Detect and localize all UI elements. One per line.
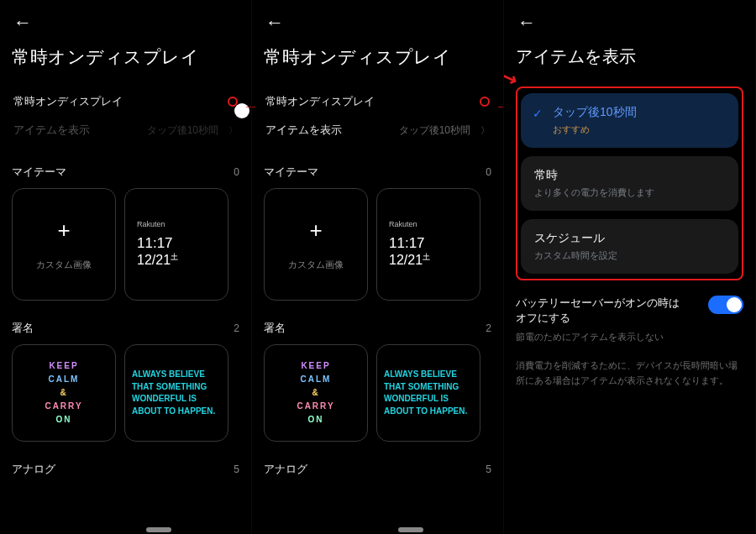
- keep-calm-text: KEEP CALM & CARRY ON: [297, 359, 334, 427]
- tile-clock-theme[interactable]: Rakuten 11:17 12/21土: [376, 188, 480, 301]
- section-signature-header: 署名 2: [12, 321, 239, 336]
- scroll-indicator: [333, 527, 423, 532]
- keep-calm-text: KEEP CALM & CARRY ON: [45, 359, 82, 427]
- option-main: タップ後10秒間: [553, 105, 725, 120]
- section-themes-header: マイテーマ 0: [12, 165, 239, 180]
- show-items-label: アイテムを表示: [13, 123, 90, 138]
- show-items-value: タップ後10秒間: [399, 123, 470, 138]
- option-sub: より多くの電力を消費します: [534, 186, 725, 199]
- chevron-right-icon: 〉: [480, 124, 490, 137]
- back-icon[interactable]: ←: [516, 7, 743, 37]
- show-items-value: タップ後10秒間: [147, 123, 218, 138]
- clock-time: 11:17: [137, 235, 173, 252]
- section-signature-label: 署名: [264, 321, 286, 336]
- clock-date: 12/21土: [137, 252, 178, 268]
- panel-aod-on: ← 常時オンディスプレイ ← 常時オンディスプレイ → アイテムを表示 タップ後…: [252, 0, 504, 534]
- tile-custom-label: カスタム画像: [36, 259, 92, 271]
- section-themes-label: マイテーマ: [12, 165, 66, 180]
- section-analog-header: アナログ 5: [264, 462, 491, 477]
- signature-grid: KEEP CALM & CARRY ON ALWAYS BELIEVE THAT…: [264, 344, 491, 442]
- aod-toggle-row: 常時オンディスプレイ: [264, 87, 491, 116]
- annotation-arrow-icon: →: [243, 97, 252, 116]
- section-themes-header: マイテーマ 0: [264, 165, 491, 180]
- always-believe-text: ALWAYS BELIEVE THAT SOMETHING WONDERFUL …: [384, 369, 473, 417]
- section-themes-label: マイテーマ: [264, 165, 318, 180]
- option-always[interactable]: 常時 より多くの電力を消費します: [521, 156, 738, 211]
- section-signature-label: 署名: [12, 321, 34, 336]
- back-icon[interactable]: ←: [12, 7, 239, 37]
- annotation-box: [228, 97, 238, 107]
- back-icon[interactable]: ←: [264, 7, 491, 37]
- annotation-arrow-icon: ↘: [504, 65, 520, 92]
- always-believe-text: ALWAYS BELIEVE THAT SOMETHING WONDERFUL …: [132, 369, 221, 417]
- annotation-box: [480, 97, 490, 107]
- clock-brand: Rakuten: [389, 220, 417, 228]
- section-analog-label: アナログ: [264, 462, 307, 477]
- section-analog-count: 5: [486, 463, 491, 475]
- show-items-row: アイテムを表示 タップ後10秒間 〉: [12, 116, 239, 144]
- option-list: ✓ タップ後10秒間 おすすめ 常時 より多くの電力を消費します スケジュール …: [521, 93, 738, 274]
- themes-grid: + カスタム画像 Rakuten 11:17 12/21土: [12, 188, 239, 301]
- tile-clock-theme[interactable]: Rakuten 11:17 12/21土: [124, 188, 228, 301]
- battery-saver-toggle[interactable]: [708, 296, 743, 314]
- option-main: 常時: [534, 168, 725, 183]
- option-main: スケジュール: [534, 231, 725, 246]
- section-analog-count: 5: [234, 463, 239, 475]
- signature-grid: KEEP CALM & CARRY ON ALWAYS BELIEVE THAT…: [12, 344, 239, 442]
- option-sub: おすすめ: [553, 123, 725, 136]
- battery-saver-row: バッテリーセーバーがオンの時はオフにする 節電のためにアイテムを表示しない: [516, 296, 743, 343]
- scroll-indicator: [81, 527, 171, 532]
- tile-keep-calm[interactable]: KEEP CALM & CARRY ON: [12, 344, 116, 442]
- tile-keep-calm[interactable]: KEEP CALM & CARRY ON: [264, 344, 368, 442]
- section-themes-count: 0: [234, 166, 239, 178]
- show-items-row[interactable]: アイテムを表示 タップ後10秒間 〉: [264, 116, 491, 144]
- plus-icon: +: [57, 217, 70, 243]
- themes-grid: + カスタム画像 Rakuten 11:17 12/21土: [264, 188, 491, 301]
- section-analog-label: アナログ: [12, 462, 55, 477]
- panel-show-items: ← アイテムを表示 ↘ ✓ タップ後10秒間 おすすめ 常時 より多くの電力を消…: [504, 0, 756, 534]
- clock-time: 11:17: [389, 235, 425, 252]
- section-themes-count: 0: [486, 166, 491, 178]
- section-analog-header: アナログ 5: [12, 462, 239, 477]
- show-items-label: アイテムを表示: [265, 123, 342, 138]
- tile-custom-image[interactable]: + カスタム画像: [12, 188, 116, 301]
- power-note: 消費電力を削減するために、デバイスが長時間暗い場所にある場合はアイテムが表示され…: [516, 359, 743, 388]
- clock-date: 12/21土: [389, 252, 430, 268]
- tile-always-believe[interactable]: ALWAYS BELIEVE THAT SOMETHING WONDERFUL …: [376, 344, 480, 442]
- page-title: アイテムを表示: [516, 45, 743, 68]
- option-tap10[interactable]: ✓ タップ後10秒間 おすすめ: [521, 93, 738, 148]
- option-sub: カスタム時間を設定: [534, 249, 725, 262]
- battery-saver-sub: 節電のためにアイテムを表示しない: [516, 331, 684, 343]
- annotation-arrow-icon: ←: [252, 97, 259, 116]
- tile-custom-label: カスタム画像: [288, 259, 344, 271]
- chevron-right-icon: 〉: [228, 124, 238, 137]
- annotation-arrow-icon: →: [495, 97, 504, 116]
- tile-custom-image[interactable]: + カスタム画像: [264, 188, 368, 301]
- aod-toggle-label: 常時オンディスプレイ: [13, 94, 123, 109]
- tile-always-believe[interactable]: ALWAYS BELIEVE THAT SOMETHING WONDERFUL …: [124, 344, 228, 442]
- annotation-box: ✓ タップ後10秒間 おすすめ 常時 より多くの電力を消費します スケジュール …: [516, 86, 743, 280]
- clock-brand: Rakuten: [137, 220, 165, 228]
- option-schedule[interactable]: スケジュール カスタム時間を設定: [521, 219, 738, 274]
- section-signature-count: 2: [234, 322, 239, 334]
- aod-toggle-label: 常時オンディスプレイ: [265, 94, 375, 109]
- section-signature-count: 2: [486, 322, 491, 334]
- aod-toggle-row: 常時オンディスプレイ: [12, 87, 239, 116]
- panel-aod-off: ← 常時オンディスプレイ 常時オンディスプレイ → アイテムを表示 タップ後10…: [0, 0, 252, 534]
- section-signature-header: 署名 2: [264, 321, 491, 336]
- plus-icon: +: [309, 217, 322, 243]
- page-title: 常時オンディスプレイ: [12, 45, 239, 69]
- check-icon: ✓: [533, 107, 543, 120]
- page-title: 常時オンディスプレイ: [264, 45, 491, 69]
- battery-saver-label: バッテリーセーバーがオンの時はオフにする: [516, 296, 684, 326]
